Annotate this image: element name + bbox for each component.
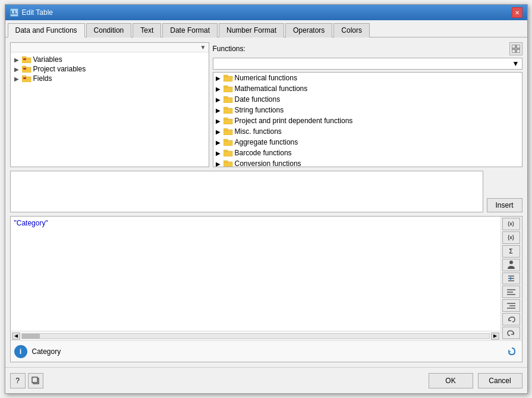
redo-icon — [507, 329, 515, 337]
folder-icon-project-print — [223, 117, 233, 124]
formula-inner: "Category" ◀ ▶ — [11, 217, 500, 340]
brace-x-button[interactable]: {x} — [502, 231, 520, 244]
svg-rect-19 — [223, 108, 232, 114]
indent-button[interactable] — [502, 272, 520, 285]
expand-icon-pp: ▶ — [216, 118, 222, 124]
formula-main: "Category" ◀ ▶ (x) {x} Σ — [11, 217, 522, 340]
expand-icon-2: ▶ — [14, 66, 20, 73]
tree-item-project-variables[interactable]: ▶ Project variables — [13, 64, 206, 74]
svg-rect-30 — [223, 161, 228, 162]
tabs-bar: Data and Functions Condition Text Date F… — [5, 20, 527, 37]
func-item-mathematical[interactable]: ▶ Mathematical functions — [213, 83, 522, 94]
tab-colors[interactable]: Colors — [333, 23, 370, 37]
svg-rect-22 — [223, 118, 228, 120]
help-button[interactable]: ? — [10, 373, 26, 388]
func-label-conversion: Conversion functions — [235, 159, 301, 167]
func-item-misc[interactable]: ▶ Misc. functions — [213, 126, 522, 137]
svg-rect-10 — [517, 45, 520, 48]
expand-icon: ▶ — [14, 57, 20, 63]
func-item-conversion[interactable]: ▶ Conversion functions — [213, 158, 522, 167]
function-category-dropdown[interactable]: ▼ — [213, 58, 522, 70]
scroll-right-button[interactable]: ▶ — [491, 333, 499, 340]
svg-rect-5 — [23, 68, 26, 70]
sigma-button[interactable]: Σ — [502, 245, 520, 258]
svg-rect-15 — [223, 87, 232, 92]
tab-data-and-functions[interactable]: Data and Functions — [8, 23, 85, 37]
dropdown-arrow-icon: ▼ — [200, 44, 206, 51]
expand-icon-conv: ▶ — [216, 161, 222, 167]
func-item-date[interactable]: ▶ Date functions — [213, 94, 522, 105]
func-item-project-print[interactable]: ▶ Project and print dependent functions — [213, 115, 522, 126]
person-button[interactable] — [502, 259, 520, 271]
svg-rect-23 — [223, 130, 232, 135]
grid-icon — [512, 45, 520, 53]
scroll-left-button[interactable]: ◀ — [12, 333, 20, 340]
main-content: ▼ ▶ Variables ▶ — [5, 37, 527, 367]
func-label-barcode: Barcode functions — [235, 149, 292, 157]
insert-button[interactable]: Insert — [487, 198, 522, 212]
tab-operators[interactable]: Operators — [285, 23, 332, 37]
align-right-icon — [507, 302, 515, 309]
undo-button[interactable] — [502, 313, 520, 325]
tab-date-format[interactable]: Date Format — [162, 23, 218, 37]
formula-editor[interactable]: "Category" — [11, 217, 500, 331]
folder-icon-fields — [22, 75, 32, 82]
folder-icon-numerical — [223, 74, 233, 82]
func-item-string[interactable]: ▶ String functions — [213, 105, 522, 115]
tab-number-format[interactable]: Number Format — [219, 23, 284, 37]
svg-rect-7 — [22, 76, 26, 77]
svg-rect-8 — [23, 77, 26, 79]
svg-rect-9 — [512, 45, 515, 48]
bottom-info: i Category — [11, 340, 522, 362]
align-right-button[interactable] — [502, 299, 520, 312]
person-icon — [506, 260, 516, 269]
ok-button[interactable]: OK — [429, 373, 473, 388]
cancel-button[interactable]: Cancel — [478, 373, 522, 388]
scroll-track — [21, 333, 490, 339]
svg-rect-29 — [223, 162, 232, 167]
formula-toolbar: (x) {x} Σ — [500, 217, 522, 340]
func-item-barcode[interactable]: ▶ Barcode functions — [213, 148, 522, 158]
variables-dropdown[interactable]: ▼ — [11, 43, 209, 52]
expand-icon-misc: ▶ — [216, 129, 222, 135]
tree-item-fields[interactable]: ▶ Fields — [13, 74, 206, 83]
svg-rect-18 — [223, 96, 228, 98]
func-label-aggregate: Aggregate functions — [235, 138, 298, 146]
expand-icon-string: ▶ — [216, 107, 222, 114]
svg-rect-20 — [223, 107, 228, 109]
folder-icon-variables — [22, 56, 32, 63]
func-item-aggregate[interactable]: ▶ Aggregate functions — [213, 137, 522, 148]
svg-point-31 — [509, 261, 513, 264]
expression-input[interactable] — [10, 171, 483, 212]
align-left-button[interactable] — [502, 286, 520, 298]
info-text: Category — [32, 347, 61, 356]
tree-item-variables[interactable]: ▶ Variables — [13, 55, 206, 64]
func-label-numerical: Numerical functions — [235, 74, 297, 82]
edit-table-dialog: LL Edit Table ✕ Data and Functions Condi… — [5, 4, 528, 394]
grid-view-button[interactable] — [509, 42, 522, 55]
functions-label: Functions: — [213, 45, 245, 53]
svg-rect-25 — [223, 140, 232, 146]
tab-text[interactable]: Text — [133, 23, 161, 37]
svg-rect-11 — [512, 49, 515, 53]
func-label-string: String functions — [235, 106, 284, 114]
title-bar: LL Edit Table ✕ — [5, 5, 527, 20]
svg-rect-26 — [223, 139, 228, 141]
align-left-icon — [507, 289, 515, 296]
tab-condition[interactable]: Condition — [86, 23, 132, 37]
folder-icon-aggregate — [223, 139, 233, 146]
middle-section: Insert — [10, 171, 522, 212]
func-item-numerical[interactable]: ▶ Numerical functions — [213, 73, 522, 83]
app-icon: LL — [10, 8, 18, 17]
refresh-button[interactable] — [505, 345, 518, 358]
close-button[interactable]: ✕ — [512, 7, 522, 18]
svg-rect-14 — [223, 75, 228, 77]
info-icon: i — [14, 345, 27, 358]
bottom-bar: ? OK Cancel — [5, 367, 527, 393]
folder-icon-mathematical — [223, 85, 233, 92]
folder-icon-barcode — [223, 149, 233, 156]
svg-rect-24 — [223, 129, 228, 130]
redo-button[interactable] — [502, 327, 520, 339]
paren-x-button[interactable]: (x) — [502, 218, 520, 230]
copy-button[interactable] — [28, 373, 43, 388]
